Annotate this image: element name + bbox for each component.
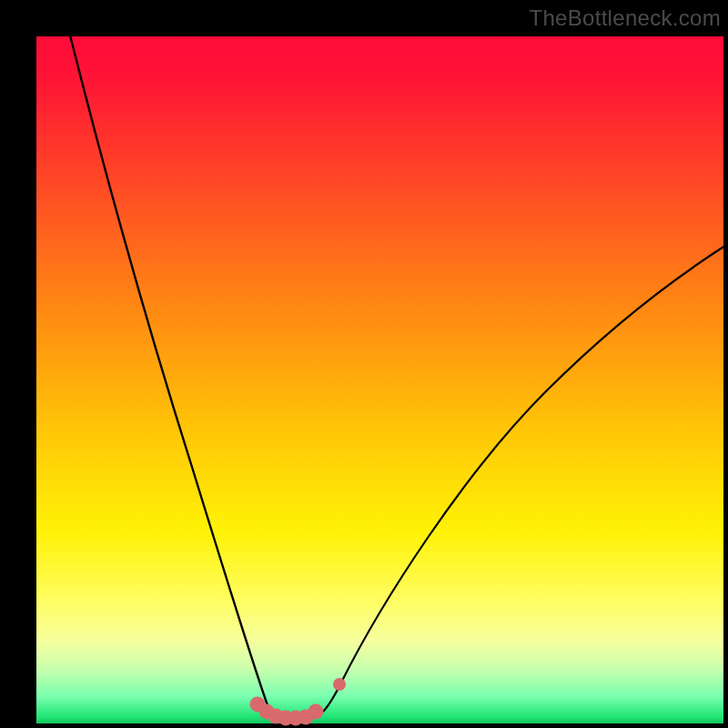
marker-dot xyxy=(308,704,324,720)
marker-dot xyxy=(333,678,346,691)
watermark-text: TheBottleneck.com xyxy=(529,5,721,31)
curve-layer xyxy=(36,36,723,723)
bottleneck-curve-right xyxy=(309,244,728,719)
plot-area xyxy=(36,36,723,723)
chart-frame: TheBottleneck.com xyxy=(0,0,728,728)
bottleneck-curve-left xyxy=(69,32,278,719)
